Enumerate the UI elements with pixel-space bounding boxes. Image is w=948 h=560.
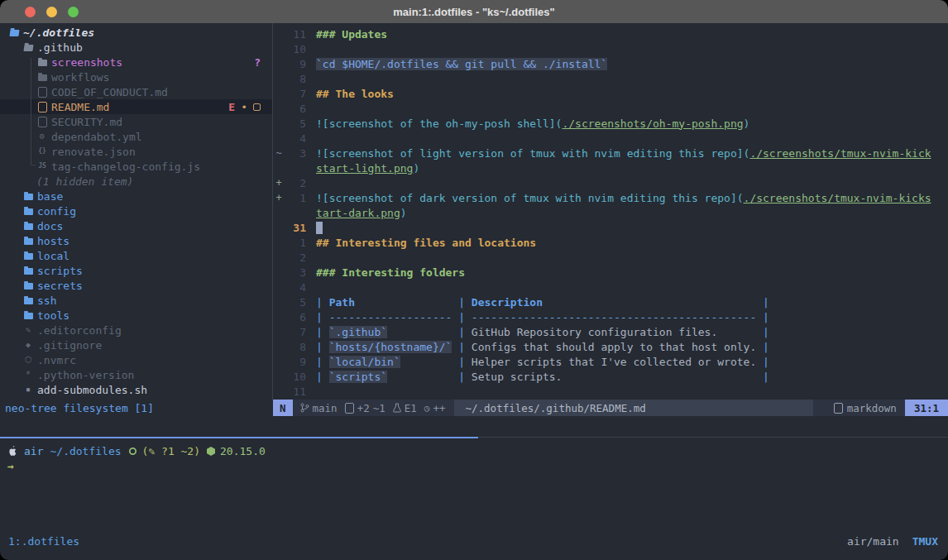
folder-icon [36, 58, 48, 66]
editor-line[interactable]: +2 [273, 175, 948, 190]
minimize-button[interactable] [46, 7, 57, 17]
tree-item-dependabot.yml[interactable]: ⚙dependabot.yml [0, 129, 272, 144]
editor-line[interactable]: 7| `.github` | GitHub Repository configu… [273, 324, 948, 339]
editor-line[interactable]: 1## Interesting files and locations [273, 235, 948, 250]
tree-item-add-submodules.sh[interactable]: ▪add-submodules.sh [0, 382, 272, 397]
line-number: 2 [285, 251, 306, 264]
syntax-th: Description [472, 296, 543, 309]
line-text: | Path | Description | [306, 296, 769, 309]
editor-line[interactable]: 6 [273, 101, 948, 116]
syntax-text [400, 356, 458, 368]
editor-line[interactable]: 6| ------------------- | ---------------… [273, 309, 948, 324]
syntax-code: `scripts` [329, 371, 387, 383]
editor-line[interactable]: 7## The looks [273, 86, 948, 101]
prompt-git-status: (✎ ?1 ~2) [142, 445, 200, 457]
tree-item-screenshots[interactable]: screenshots? [0, 55, 272, 69]
line-text: tart-dark.png) [306, 207, 407, 219]
editor-line[interactable]: +1![screenshot of dark version of tmux w… [273, 190, 948, 205]
folder-open-icon [8, 28, 20, 36]
prompt-input-line[interactable]: → [7, 458, 266, 473]
prompt-host: air [24, 445, 43, 457]
syntax-cyan: ) [744, 117, 750, 130]
editor-line[interactable]: 5![screenshot of the oh-my-posh shell](.… [273, 116, 948, 131]
gear-icon: ⚙ [36, 132, 48, 141]
editor-line[interactable]: 31 [273, 220, 948, 235]
tree-item-.nvmrc[interactable]: ⬡.nvmrc [0, 352, 272, 367]
editor-line[interactable]: 2 [273, 250, 948, 265]
tree-item--1-hidden-item-[interactable]: (1 hidden item) [0, 174, 272, 189]
syntax-pipe: | [458, 311, 472, 323]
editor-pane[interactable]: 11### Updates109`cd $HOME/.dotfiles && g… [273, 23, 948, 400]
tree-item-.editorconfig[interactable]: ✎.editorconfig [0, 323, 272, 337]
editor-line[interactable]: 9| `local/bin` | Helper scripts that I'v… [273, 354, 948, 369]
editor-line[interactable]: 10| `scripts` | Setup scripts. | [273, 369, 948, 384]
syntax-pipe: | [316, 341, 329, 353]
editor-line[interactable]: 5| Path | Description | [273, 294, 948, 309]
syntax-pipe: | [316, 371, 329, 383]
tree-item-label: (1 hidden item) [36, 175, 133, 188]
tree-item-workflows[interactable]: workflows [0, 69, 272, 84]
tree-item-.github[interactable]: .github [0, 40, 272, 55]
close-button[interactable] [25, 7, 36, 17]
line-text: ![screenshot of light version of tmux wi… [306, 147, 931, 160]
git-branch-icon [300, 403, 309, 413]
line-number: 10 [285, 43, 306, 55]
tree-item-hosts[interactable]: hosts [0, 233, 272, 248]
syntax-cyan: ![screenshot of dark version of tmux wit… [316, 192, 744, 204]
syntax-pipe: | [763, 296, 769, 309]
editor-line[interactable]: 8 [273, 71, 948, 86]
syntax-text [355, 296, 458, 309]
zoom-button[interactable] [68, 7, 79, 17]
markdown-icon [834, 403, 843, 414]
line-number: 5 [285, 117, 306, 130]
tree-item-~-.dotfiles[interactable]: ~/.dotfiles [0, 25, 272, 40]
tree-item-code-of-conduct.md[interactable]: CODE_OF_CONDUCT.md [0, 84, 272, 99]
error-badge: E [228, 101, 235, 113]
tree-item-tag-changelog-config.js[interactable]: JStag-changelog-config.js [0, 159, 272, 174]
cursor [316, 222, 323, 234]
tree-item-local[interactable]: local [0, 248, 272, 263]
tree-item-security.md[interactable]: SECURITY.md [0, 114, 272, 129]
line-number: 1 [285, 237, 306, 249]
tree-item-.python-version[interactable]: *.python-version [0, 367, 272, 382]
folder-icon [22, 207, 34, 215]
editor-line[interactable]: 9`cd $HOME/.dotfiles && git pull && ./in… [273, 56, 948, 71]
tree-item-scripts[interactable]: scripts [0, 263, 272, 278]
syntax-text: Setup scripts. [472, 371, 763, 383]
line-text: ### Interesting folders [306, 266, 465, 279]
traffic-lights [25, 7, 79, 17]
editor-line[interactable]: 11 [273, 384, 948, 399]
line-number: 7 [285, 326, 306, 338]
editor-line[interactable]: 11### Updates [273, 26, 948, 41]
tree-item-docs[interactable]: docs [0, 218, 272, 233]
error-count: E1 [405, 402, 417, 414]
tree-item-label: hosts [37, 235, 69, 247]
tree-item-config[interactable]: config [0, 203, 272, 218]
tree-item-secrets[interactable]: secrets [0, 278, 272, 293]
editor-line[interactable]: 3### Interesting folders [273, 265, 948, 280]
shell-pane[interactable]: air ~/.dotfiles (✎ ?1 ~2) 20.15.0 → [7, 443, 266, 473]
tree-item-readme.md[interactable]: README.mdE• [0, 99, 272, 114]
editor-line[interactable]: 8| `hosts/{hostname}/` | Configs that sh… [273, 339, 948, 354]
editor-line[interactable]: 4 [273, 280, 948, 294]
tree-item-label: screenshots [51, 56, 122, 69]
editor-line[interactable]: 4 [273, 131, 948, 146]
syntax-pipe: | [316, 356, 329, 368]
apple-icon [7, 445, 17, 457]
editor-line[interactable]: ~3![screenshot of light version of tmux … [273, 146, 948, 160]
tree-item-ssh[interactable]: ssh [0, 293, 272, 308]
tree-item-base[interactable]: base [0, 189, 272, 203]
syntax-th: Path [329, 296, 355, 309]
syntax-url: tart-dark.png [316, 207, 400, 219]
line-text: ![screenshot of the oh-my-posh shell](./… [306, 117, 749, 130]
editor-line[interactable]: tart-dark.png) [273, 205, 948, 220]
tree-item-tools[interactable]: tools [0, 308, 272, 323]
editor-line[interactable]: 10 [273, 41, 948, 56]
line-number: 9 [285, 356, 306, 368]
editor-line[interactable]: start-light.png) [273, 160, 948, 175]
line-text: | `local/bin` | Helper scripts that I've… [306, 356, 769, 368]
tree-item-renovate.json[interactable]: {}renovate.json [0, 144, 272, 159]
tree-item-.gitignore[interactable]: ◆.gitignore [0, 337, 272, 352]
tmux-window[interactable]: 1:.dotfiles [8, 535, 79, 548]
filetype-label: markdown [847, 402, 897, 414]
